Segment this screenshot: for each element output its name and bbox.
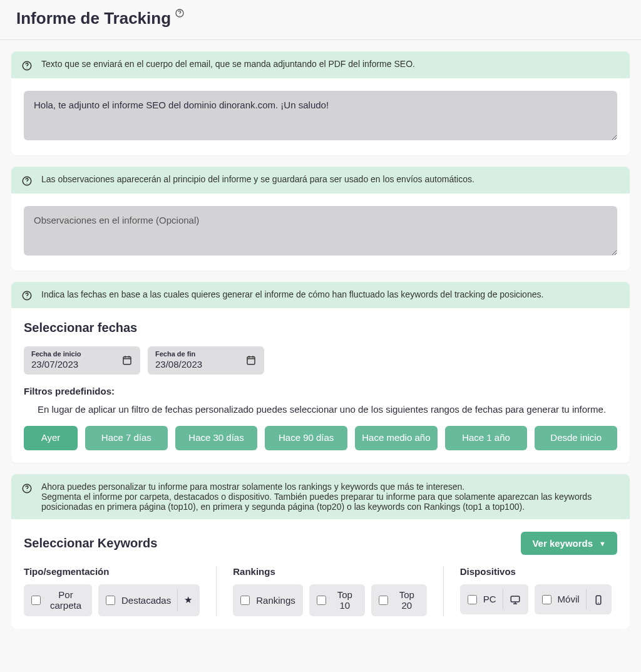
observations-card: Las observaciones aparecerán al principi…	[11, 167, 630, 271]
divider	[177, 589, 178, 611]
star-icon: ★	[184, 594, 192, 606]
svg-point-5	[26, 183, 27, 184]
calendar-icon	[245, 354, 257, 366]
chip-pc[interactable]: PC	[460, 584, 528, 614]
filter-1year-button[interactable]: Hace 1 año	[445, 426, 528, 450]
chip-top20[interactable]: Top 20	[371, 584, 427, 616]
filter-30days-button[interactable]: Hace 30 días	[175, 426, 258, 450]
help-icon[interactable]	[21, 482, 33, 494]
segmentation-column: Tipo/segmentación Por carpeta Destacadas…	[24, 566, 200, 616]
mobile-icon	[593, 594, 604, 606]
chip-label: Rankings	[256, 595, 295, 606]
chip-rankings[interactable]: Rankings	[233, 584, 303, 616]
desktop-icon	[510, 594, 521, 606]
chip-label: Top 20	[394, 589, 419, 611]
help-icon[interactable]	[175, 8, 185, 18]
chip-destacadas[interactable]: Destacadas ★	[98, 584, 200, 616]
end-date-value: 23/08/2023	[155, 359, 202, 370]
devices-column: Dispositivos PC Móvil	[443, 566, 612, 616]
checkbox-top10[interactable]	[317, 596, 326, 605]
filter-yesterday-button[interactable]: Ayer	[24, 426, 78, 450]
keywords-card: Ahora puedes personalizar tu informe par…	[11, 474, 630, 629]
checkbox-rankings[interactable]	[240, 596, 250, 605]
keywords-info-line1: Ahora puedes personalizar tu informe par…	[41, 482, 620, 492]
segmentation-heading: Tipo/segmentación	[24, 566, 200, 577]
chip-por-carpeta[interactable]: Por carpeta	[24, 584, 92, 616]
dates-card: Indica las fechas en base a las cuales q…	[11, 282, 630, 463]
filters-help-text: En lugar de aplicar un filtro de fechas …	[38, 404, 617, 415]
keywords-info-banner: Ahora puedes personalizar tu informe par…	[11, 474, 630, 519]
page-title: Informe de Tracking	[16, 9, 185, 28]
obs-info-banner: Las observaciones aparecerán al principi…	[11, 167, 630, 194]
svg-point-14	[598, 602, 599, 603]
page-title-text: Informe de Tracking	[16, 9, 171, 28]
chip-label: Top 10	[332, 589, 357, 611]
svg-point-11	[26, 490, 27, 491]
filter-90days-button[interactable]: Hace 90 días	[265, 426, 347, 450]
svg-point-3	[26, 68, 27, 68]
rankings-heading: Rankings	[233, 566, 427, 577]
end-date-label: Fecha de fin	[155, 350, 202, 358]
help-icon[interactable]	[21, 175, 33, 187]
filters-title: Filtros predefinidos:	[24, 386, 617, 396]
checkbox-movil[interactable]	[542, 595, 551, 604]
svg-rect-12	[511, 596, 520, 602]
email-info-banner: Texto que se enviará en el cuerpo del em…	[11, 51, 630, 78]
observations-textarea[interactable]	[24, 206, 617, 256]
checkbox-top20[interactable]	[379, 596, 388, 605]
dates-section-title: Seleccionar fechas	[24, 321, 617, 335]
keywords-info-line2: Segmenta el informe por carpeta, destaca…	[41, 492, 620, 512]
chip-label: Móvil	[558, 594, 580, 604]
chip-label: Por carpeta	[47, 589, 85, 611]
dates-info-text: Indica las fechas en base a las cuales q…	[41, 289, 543, 299]
ver-keywords-button[interactable]: Ver keywords ▼	[521, 532, 617, 555]
email-info-text: Texto que se enviará en el cuerpo del em…	[41, 59, 415, 69]
help-icon[interactable]	[21, 290, 33, 302]
filter-since-start-button[interactable]: Desde inicio	[535, 426, 617, 450]
end-date-field[interactable]: Fecha de fin 23/08/2023	[148, 346, 264, 375]
dates-info-banner: Indica las fechas en base a las cuales q…	[11, 282, 630, 309]
start-date-value: 23/07/2023	[31, 359, 81, 370]
email-body-textarea[interactable]	[24, 91, 617, 140]
checkbox-destacadas[interactable]	[106, 596, 115, 605]
rankings-column: Rankings Rankings Top 10 Top 20	[216, 566, 427, 616]
divider	[503, 589, 503, 609]
keywords-section-title: Seleccionar Keywords	[24, 536, 157, 551]
ver-keywords-label: Ver keywords	[532, 538, 593, 549]
start-date-field[interactable]: Fecha de inicio 23/07/2023	[24, 346, 140, 375]
chip-movil[interactable]: Móvil	[535, 584, 612, 614]
divider	[586, 589, 587, 609]
svg-point-1	[180, 15, 180, 16]
filter-7days-button[interactable]: Hace 7 días	[85, 426, 168, 450]
calendar-icon	[121, 354, 133, 366]
devices-heading: Dispositivos	[460, 566, 612, 577]
start-date-label: Fecha de inicio	[31, 350, 81, 358]
chip-label: PC	[483, 594, 496, 604]
chevron-down-icon: ▼	[599, 540, 606, 547]
checkbox-por-carpeta[interactable]	[31, 596, 41, 605]
filter-halfyear-button[interactable]: Hace medio año	[355, 426, 438, 450]
help-icon[interactable]	[21, 59, 33, 71]
chip-label: Destacadas	[121, 595, 171, 606]
svg-rect-9	[247, 357, 255, 364]
chip-top10[interactable]: Top 10	[309, 584, 365, 616]
svg-point-7	[26, 297, 27, 298]
obs-info-text: Las observaciones aparecerán al principi…	[41, 174, 474, 184]
email-body-card: Texto que se enviará en el cuerpo del em…	[11, 51, 630, 155]
checkbox-pc[interactable]	[468, 595, 477, 604]
svg-rect-8	[123, 357, 131, 364]
